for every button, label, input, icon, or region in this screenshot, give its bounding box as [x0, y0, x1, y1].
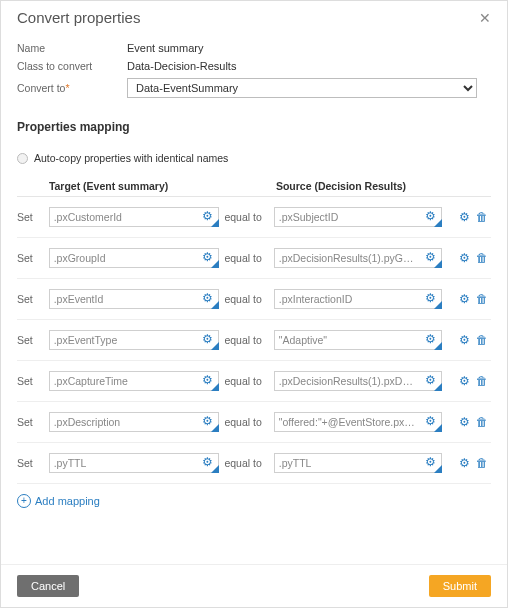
gear-icon[interactable]: ⚙ [424, 373, 438, 387]
titlebar: Convert properties ✕ [1, 1, 507, 30]
target-input[interactable] [49, 289, 219, 309]
settings-icon[interactable]: ⚙ [457, 333, 471, 347]
add-mapping-label: Add mapping [35, 495, 100, 507]
target-input[interactable] [49, 207, 219, 227]
delete-icon[interactable]: 🗑 [475, 415, 489, 429]
gear-icon[interactable]: ⚙ [201, 414, 215, 428]
field-convert-to: Convert to* Data-EventSummary [17, 78, 491, 98]
mapping-row: Set⚙equal to⚙⚙🗑 [17, 402, 491, 443]
delete-icon[interactable]: 🗑 [475, 374, 489, 388]
delete-icon[interactable]: 🗑 [475, 333, 489, 347]
gear-icon[interactable]: ⚙ [424, 455, 438, 469]
mapping-row: Set⚙equal to⚙⚙🗑 [17, 197, 491, 238]
name-value: Event summary [127, 42, 203, 54]
settings-icon[interactable]: ⚙ [457, 251, 471, 265]
set-label: Set [17, 457, 45, 469]
name-label: Name [17, 42, 127, 54]
source-header: Source (Decision Results) [276, 180, 457, 192]
mapping-rows: Set⚙equal to⚙⚙🗑Set⚙equal to⚙⚙🗑Set⚙equal … [17, 197, 491, 484]
target-input[interactable] [49, 412, 219, 432]
source-input[interactable] [274, 412, 442, 432]
equal-label: equal to [224, 293, 261, 305]
properties-mapping-heading: Properties mapping [17, 120, 491, 134]
settings-icon[interactable]: ⚙ [457, 210, 471, 224]
plus-icon: + [17, 494, 31, 508]
source-input[interactable] [274, 453, 442, 473]
equal-label: equal to [224, 375, 261, 387]
field-class-to-convert: Class to convert Data-Decision-Results [17, 60, 491, 72]
source-input[interactable] [274, 330, 442, 350]
gear-icon[interactable]: ⚙ [424, 332, 438, 346]
target-header: Target (Event summary) [45, 180, 226, 192]
settings-icon[interactable]: ⚙ [457, 456, 471, 470]
required-asterisk: * [65, 82, 69, 94]
cancel-button[interactable]: Cancel [17, 575, 79, 597]
gear-icon[interactable]: ⚙ [424, 209, 438, 223]
delete-icon[interactable]: 🗑 [475, 251, 489, 265]
mapping-row: Set⚙equal to⚙⚙🗑 [17, 443, 491, 484]
gear-icon[interactable]: ⚙ [201, 250, 215, 264]
set-label: Set [17, 416, 45, 428]
mapping-row: Set⚙equal to⚙⚙🗑 [17, 361, 491, 402]
gear-icon[interactable]: ⚙ [201, 291, 215, 305]
mapping-row: Set⚙equal to⚙⚙🗑 [17, 320, 491, 361]
mapping-header: Target (Event summary) Source (Decision … [17, 176, 491, 197]
mapping-row: Set⚙equal to⚙⚙🗑 [17, 279, 491, 320]
equal-label: equal to [224, 334, 261, 346]
close-icon[interactable]: ✕ [479, 10, 491, 26]
equal-label: equal to [224, 457, 261, 469]
dialog-footer: Cancel Submit [1, 564, 507, 607]
settings-icon[interactable]: ⚙ [457, 292, 471, 306]
settings-icon[interactable]: ⚙ [457, 415, 471, 429]
gear-icon[interactable]: ⚙ [424, 250, 438, 264]
autocopy-row[interactable]: Auto-copy properties with identical name… [17, 152, 491, 164]
submit-button[interactable]: Submit [429, 575, 491, 597]
convertto-label: Convert to* [17, 82, 127, 94]
convertto-label-text: Convert to [17, 82, 65, 94]
set-label: Set [17, 252, 45, 264]
gear-icon[interactable]: ⚙ [424, 414, 438, 428]
convert-properties-dialog: Convert properties ✕ Name Event summary … [0, 0, 508, 608]
dialog-title: Convert properties [17, 9, 140, 26]
convertto-select[interactable]: Data-EventSummary [127, 78, 477, 98]
autocopy-checkbox[interactable] [17, 153, 28, 164]
equal-label: equal to [224, 211, 261, 223]
set-label: Set [17, 375, 45, 387]
class-value: Data-Decision-Results [127, 60, 236, 72]
target-input[interactable] [49, 371, 219, 391]
delete-icon[interactable]: 🗑 [475, 292, 489, 306]
autocopy-label: Auto-copy properties with identical name… [34, 152, 228, 164]
field-name: Name Event summary [17, 42, 491, 54]
delete-icon[interactable]: 🗑 [475, 456, 489, 470]
target-input[interactable] [49, 330, 219, 350]
target-input[interactable] [49, 248, 219, 268]
equal-label: equal to [224, 416, 261, 428]
equal-label: equal to [224, 252, 261, 264]
gear-icon[interactable]: ⚙ [201, 209, 215, 223]
source-input[interactable] [274, 248, 442, 268]
set-label: Set [17, 293, 45, 305]
set-label: Set [17, 211, 45, 223]
dialog-body: Name Event summary Class to convert Data… [1, 30, 507, 564]
gear-icon[interactable]: ⚙ [201, 332, 215, 346]
delete-icon[interactable]: 🗑 [475, 210, 489, 224]
gear-icon[interactable]: ⚙ [201, 455, 215, 469]
source-input[interactable] [274, 371, 442, 391]
target-input[interactable] [49, 453, 219, 473]
set-label: Set [17, 334, 45, 346]
add-mapping-button[interactable]: + Add mapping [17, 494, 100, 508]
source-input[interactable] [274, 289, 442, 309]
settings-icon[interactable]: ⚙ [457, 374, 471, 388]
gear-icon[interactable]: ⚙ [201, 373, 215, 387]
class-label: Class to convert [17, 60, 127, 72]
source-input[interactable] [274, 207, 442, 227]
gear-icon[interactable]: ⚙ [424, 291, 438, 305]
mapping-row: Set⚙equal to⚙⚙🗑 [17, 238, 491, 279]
